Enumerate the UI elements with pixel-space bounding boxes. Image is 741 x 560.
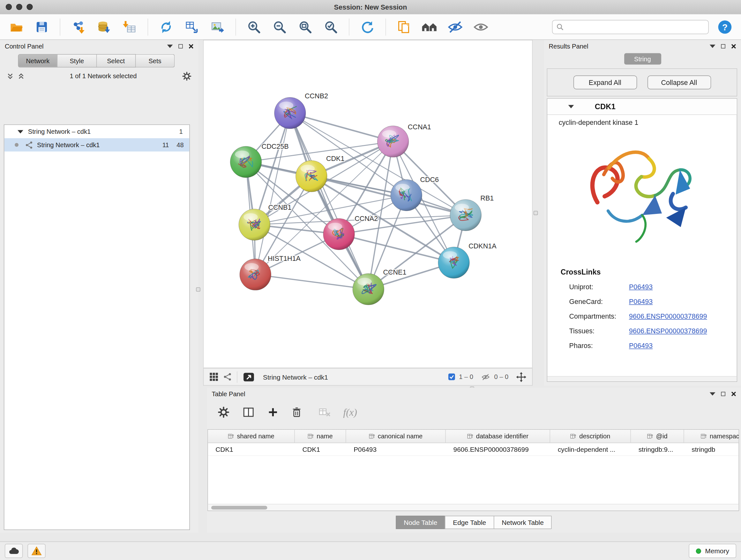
tab-node-table[interactable]: Node Table xyxy=(396,516,446,529)
tab-style[interactable]: Style xyxy=(57,54,96,68)
panel-close-button[interactable] xyxy=(189,44,194,49)
panel-maximize-button[interactable] xyxy=(721,391,725,395)
network-from-table-button[interactable] xyxy=(182,17,201,37)
expand-all-tree-button[interactable] xyxy=(17,72,24,79)
expand-all-button[interactable]: Expand All xyxy=(573,76,636,89)
panel-float-button[interactable] xyxy=(167,44,173,48)
hide-selected-button[interactable] xyxy=(446,17,465,37)
search-box[interactable] xyxy=(552,20,709,34)
network-collection-row[interactable]: String Network – cdk1 1 xyxy=(4,125,189,138)
table-cell[interactable]: CDK1 xyxy=(295,443,346,455)
function-builder-button[interactable]: f(x) xyxy=(343,407,357,418)
tab-sets[interactable]: Sets xyxy=(136,54,175,68)
show-columns-button[interactable] xyxy=(242,406,255,419)
column-header-name[interactable]: name xyxy=(295,430,346,442)
network-node[interactable]: RB1 xyxy=(450,194,494,231)
zoom-in-button[interactable] xyxy=(245,17,264,37)
table-cell[interactable]: stringdb xyxy=(684,443,739,455)
table-cell[interactable]: cyclin-dependent ... xyxy=(550,443,631,455)
close-window-button[interactable] xyxy=(6,4,12,10)
left-splitter-handle[interactable] xyxy=(196,287,200,292)
column-header-namespace[interactable]: namespace xyxy=(684,430,739,442)
zoom-window-button[interactable] xyxy=(26,4,32,10)
column-header-description[interactable]: description xyxy=(550,430,631,442)
column-header-database-identifier[interactable]: database identifier xyxy=(446,430,550,442)
table-cell[interactable]: P06493 xyxy=(346,443,446,455)
help-button[interactable]: ? xyxy=(716,17,735,37)
protein-section-header[interactable]: CDK1 xyxy=(547,99,737,115)
network-node[interactable]: CCNB2 xyxy=(274,92,328,129)
network-node[interactable]: CDC6 xyxy=(391,176,439,211)
open-session-button[interactable] xyxy=(7,17,26,37)
new-network-button[interactable] xyxy=(157,17,176,37)
collapse-all-button[interactable]: Collapse All xyxy=(647,76,711,89)
memory-button[interactable]: Memory xyxy=(689,544,736,558)
hidden-eye-slash-icon[interactable] xyxy=(481,373,490,381)
network-node[interactable]: CDK1 xyxy=(296,154,345,192)
network-graph[interactable]: CCNB2CCNA1CDC25BCDK1CDC6RB1CCNB1CCNA2CDK… xyxy=(204,40,532,368)
grid-view-button[interactable] xyxy=(209,372,218,381)
tree-expander-icon[interactable] xyxy=(17,130,23,133)
fit-content-button[interactable] xyxy=(516,372,527,382)
network-node[interactable]: CCNA1 xyxy=(378,123,431,158)
table-cell[interactable]: CDK1 xyxy=(208,443,295,455)
section-expander-icon[interactable] xyxy=(568,105,574,108)
selection-checkbox-icon[interactable] xyxy=(448,373,455,380)
tab-network[interactable]: Network xyxy=(18,54,58,68)
warnings-button[interactable] xyxy=(27,544,46,558)
network-node[interactable]: CDKN1A xyxy=(438,242,496,278)
crosslink-value-link[interactable]: 9606.ENSP00000378699 xyxy=(629,312,707,320)
tab-string[interactable]: String xyxy=(624,53,661,65)
collapse-all-tree-button[interactable] xyxy=(7,72,14,79)
results-horizontal-scrollbar[interactable] xyxy=(547,376,737,381)
network-edge[interactable] xyxy=(255,274,368,289)
network-options-button[interactable] xyxy=(182,71,192,81)
search-input[interactable] xyxy=(567,23,704,30)
crosslink-value-link[interactable]: P06493 xyxy=(629,298,653,305)
duplicate-document-button[interactable] xyxy=(394,17,414,37)
zoom-fit-button[interactable] xyxy=(296,17,315,37)
table-horizontal-scrollbar[interactable] xyxy=(208,504,739,510)
network-node[interactable]: HIST1H1A xyxy=(240,254,300,290)
show-all-button[interactable] xyxy=(471,17,490,37)
network-canvas[interactable]: CCNB2CCNA1CDC25BCDK1CDC6RB1CCNB1CCNA2CDK… xyxy=(203,40,533,368)
panel-maximize-button[interactable] xyxy=(721,44,725,48)
network-row-selected[interactable]: String Network – cdk1 11 48 xyxy=(4,138,189,152)
network-edge[interactable] xyxy=(290,113,393,141)
refresh-button[interactable] xyxy=(358,17,377,37)
table-options-button[interactable] xyxy=(217,406,230,419)
network-node[interactable]: CCNB1 xyxy=(239,203,291,240)
network-edge[interactable] xyxy=(290,113,368,289)
panel-close-button[interactable] xyxy=(731,44,736,49)
column-header-shared-name[interactable]: shared name xyxy=(208,430,295,442)
save-session-button[interactable] xyxy=(32,17,51,37)
import-network-button[interactable] xyxy=(69,17,88,37)
import-database-button[interactable] xyxy=(94,17,114,37)
panel-float-button[interactable] xyxy=(710,44,716,48)
column-header--id[interactable]: @id xyxy=(631,430,684,442)
cloud-status-button[interactable] xyxy=(5,544,23,558)
create-column-button[interactable] xyxy=(267,407,279,418)
network-overview-button[interactable] xyxy=(223,372,232,381)
tab-network-table[interactable]: Network Table xyxy=(494,516,552,529)
table-cell[interactable]: 9606.ENSP00000378699 xyxy=(446,443,550,455)
panel-close-button[interactable] xyxy=(731,391,736,396)
minimize-window-button[interactable] xyxy=(16,4,22,10)
table-cell[interactable]: stringdb:9... xyxy=(631,443,684,455)
zoom-selected-button[interactable] xyxy=(321,17,340,37)
tab-select[interactable]: Select xyxy=(97,54,136,68)
panel-float-button[interactable] xyxy=(710,392,716,395)
panel-maximize-button[interactable] xyxy=(179,44,183,48)
tab-edge-table[interactable]: Edge Table xyxy=(445,516,494,529)
table-row[interactable]: CDK1CDK1P064939606.ENSP00000378699cyclin… xyxy=(208,443,739,456)
zoom-out-button[interactable] xyxy=(270,17,289,37)
export-image-button[interactable] xyxy=(208,17,227,37)
home-view-button[interactable] xyxy=(420,17,439,37)
network-edge[interactable] xyxy=(255,113,290,274)
delete-column-button[interactable] xyxy=(291,406,302,419)
column-header-canonical-name[interactable]: canonical name xyxy=(346,430,446,442)
crosslink-value-link[interactable]: P06493 xyxy=(629,341,653,349)
birdseye-toggle-button[interactable] xyxy=(242,371,256,382)
crosslink-value-link[interactable]: 9606.ENSP00000378699 xyxy=(629,327,707,334)
crosslink-value-link[interactable]: P06493 xyxy=(629,283,653,291)
